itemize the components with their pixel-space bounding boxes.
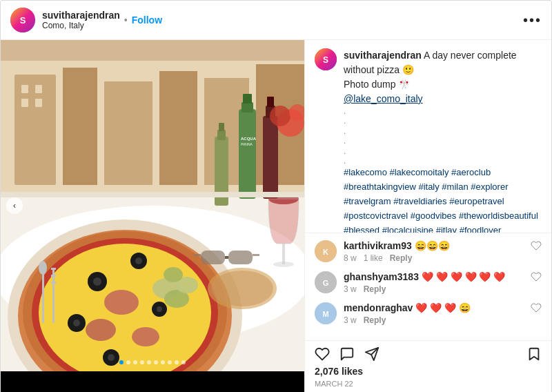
comment-heart-2[interactable] [531, 271, 542, 284]
post-body: ACQUA PANNA [1, 40, 551, 392]
svg-rect-42 [241, 102, 253, 112]
comment-meta-3: 3 w Reply [344, 315, 524, 325]
svg-point-37 [132, 327, 159, 346]
pizza-image: ACQUA PANNA [1, 40, 304, 371]
svg-text:PANNA: PANNA [241, 142, 253, 146]
svg-rect-50 [282, 244, 285, 264]
post-header: S suvitharajendran Como, Italy • Follow … [1, 1, 551, 40]
dot-2[interactable] [126, 360, 130, 364]
comment-text-1: 😄😄😄 [415, 240, 450, 251]
svg-rect-5 [63, 68, 97, 185]
svg-rect-40 [219, 123, 224, 131]
dot-9[interactable] [175, 360, 179, 364]
header-username[interactable]: suvitharajendran [42, 10, 120, 21]
comment-meta-2: 3 w Reply [344, 284, 524, 294]
svg-text:S: S [323, 55, 328, 65]
svg-rect-62 [51, 268, 56, 270]
caption-username[interactable]: suvitharajendran [344, 50, 422, 61]
caption-area: S suvitharajendran A day never complete … [305, 40, 551, 233]
caption-content: suvitharajendran A day never complete wi… [344, 48, 542, 233]
svg-point-22 [93, 277, 101, 286]
header-username-loc: suvitharajendran Como, Italy [42, 10, 120, 30]
svg-text:K: K [323, 248, 328, 256]
dot-10[interactable] [181, 360, 186, 364]
comment-username-3[interactable]: mendonraghav [344, 302, 413, 313]
header-info: suvitharajendran Como, Italy • Follow [42, 10, 523, 30]
post-right-panel: S suvitharajendran A day never complete … [304, 40, 551, 392]
comment-like-count-1: 1 like [364, 253, 383, 263]
caption-avatar: S [315, 48, 337, 70]
dot-1[interactable] [119, 360, 124, 364]
svg-rect-11 [35, 85, 42, 93]
svg-rect-7 [159, 71, 197, 185]
dot-3[interactable] [133, 360, 137, 364]
comment-button[interactable] [339, 346, 355, 362]
svg-rect-59 [42, 268, 44, 323]
comment-meta-1: 8 w 1 like Reply [344, 253, 524, 263]
like-button[interactable] [315, 346, 330, 362]
dot-5[interactable] [147, 360, 151, 364]
bookmark-button[interactable] [526, 346, 542, 362]
comment-heart-3[interactable] [531, 302, 542, 315]
svg-text:S: S [20, 15, 26, 26]
hashtags: #lakecomo #lakecomoitaly #aeroclub #brea… [344, 166, 542, 233]
svg-point-30 [108, 354, 115, 361]
dot-8[interactable] [168, 360, 172, 364]
comment-time-3: 3 w [344, 315, 357, 325]
caption-dots: ...... [344, 106, 542, 166]
image-dots-indicator [119, 360, 186, 364]
comment-avatar-1: K [315, 240, 337, 262]
more-options-button[interactable]: ••• [523, 13, 542, 27]
prev-image-button[interactable]: ‹ [6, 197, 23, 214]
svg-point-58 [211, 271, 273, 306]
comment-reply-1[interactable]: Reply [390, 253, 413, 263]
svg-point-24 [135, 257, 142, 264]
svg-rect-56 [253, 254, 259, 256]
comment-reply-3[interactable]: Reply [364, 315, 386, 325]
dot-4[interactable] [140, 360, 144, 364]
share-button[interactable] [364, 346, 379, 362]
comment-avatar-3: M [315, 302, 337, 324]
comment-time-1: 8 w [344, 253, 357, 263]
svg-point-34 [164, 267, 183, 282]
likes-count: 2,076 likes [315, 366, 542, 377]
post-image-section: ACQUA PANNA [1, 40, 304, 392]
svg-rect-43 [243, 94, 252, 104]
comment-reply-2[interactable]: Reply [364, 284, 386, 294]
comment-heart-1[interactable] [531, 240, 542, 253]
comment-text-3: ❤️ ❤️ ❤️ 😄 [415, 302, 471, 313]
svg-point-26 [73, 320, 80, 326]
comment-body-3: mendonraghav ❤️ ❤️ ❤️ 😄 3 w Reply [344, 302, 524, 325]
caption-row: S suvitharajendran A day never complete … [315, 48, 542, 233]
svg-rect-53 [228, 251, 253, 264]
svg-point-67 [270, 106, 290, 126]
comment-body-1: karthivikram93 😄😄😄 8 w 1 like Reply [344, 240, 524, 263]
avatar: S [10, 8, 35, 32]
svg-point-28 [157, 306, 162, 312]
svg-point-51 [273, 262, 294, 267]
svg-point-36 [86, 319, 116, 341]
svg-rect-12 [21, 99, 28, 107]
comment-row-3: M mendonraghav ❤️ ❤️ ❤️ 😄 3 w Reply [315, 302, 542, 325]
svg-rect-6 [104, 81, 152, 185]
dot-7[interactable] [161, 360, 165, 364]
post-location[interactable]: Como, Italy [42, 21, 120, 30]
svg-point-35 [104, 290, 139, 315]
dot-6[interactable] [154, 360, 158, 364]
svg-rect-48 [267, 97, 274, 107]
svg-text:M: M [322, 310, 328, 318]
comments-section: K karthivikram93 😄😄😄 8 w 1 like Reply [305, 233, 551, 340]
action-icons-row [315, 346, 542, 362]
mention-link[interactable]: @lake_como_italy [344, 93, 423, 104]
comment-username-2[interactable]: ghanshyam3183 [344, 271, 419, 282]
comment-avatar-2: G [315, 271, 337, 293]
comment-text-2: ❤️ ❤️ ❤️ ❤️ ❤️ ❤️ [422, 271, 505, 282]
comment-time-2: 3 w [344, 284, 357, 294]
svg-rect-10 [21, 85, 28, 93]
svg-rect-54 [225, 256, 228, 259]
follow-button[interactable]: Follow [132, 14, 162, 26]
comment-row: K karthivikram93 😄😄😄 8 w 1 like Reply [315, 240, 542, 263]
comment-body-2: ghanshyam3183 ❤️ ❤️ ❤️ ❤️ ❤️ ❤️ 3 w Repl… [344, 271, 524, 294]
comment-username-1[interactable]: karthivikram93 [344, 240, 412, 251]
svg-point-60 [39, 261, 47, 275]
